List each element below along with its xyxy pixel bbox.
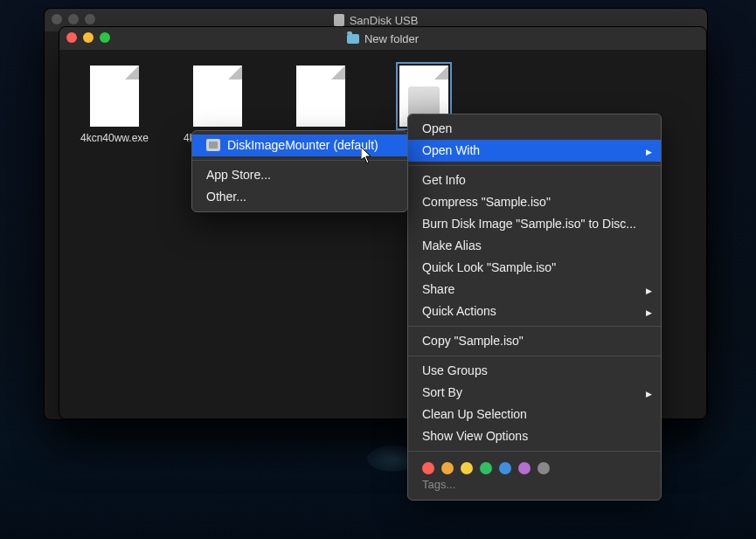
close-dot-inactive[interactable] <box>52 14 62 24</box>
usb-disk-icon <box>334 14 344 26</box>
desktop: SanDisk USB New folder 4kcn40ww.exe <box>0 0 756 539</box>
tag-gray[interactable] <box>538 462 550 474</box>
traffic-lights-newfolder <box>66 32 110 43</box>
menu-separator <box>192 160 407 161</box>
file-label: 4kcn40ww.exe <box>75 132 154 144</box>
menu-view-options[interactable]: Show View Options <box>408 425 661 447</box>
submenu-other[interactable]: Other... <box>192 186 407 208</box>
menu-quick-look[interactable]: Quick Look "Sample.iso" <box>408 257 661 279</box>
tag-blue[interactable] <box>499 462 511 474</box>
window-title-newfolder: New folder <box>364 32 419 45</box>
titlebar-newfolder[interactable]: New folder <box>59 27 706 50</box>
menu-separator <box>408 451 661 452</box>
menu-get-info[interactable]: Get Info <box>408 169 661 191</box>
traffic-lights-sandisk <box>52 14 95 24</box>
minimize-dot-inactive[interactable] <box>68 14 79 24</box>
menu-compress[interactable]: Compress "Sample.iso" <box>408 191 661 213</box>
menu-sort-by[interactable]: Sort By <box>408 382 661 404</box>
document-icon <box>296 66 345 127</box>
menu-open[interactable]: Open <box>408 118 661 140</box>
tag-yellow[interactable] <box>461 462 473 474</box>
menu-open-with[interactable]: Open With <box>408 140 661 162</box>
tag-green[interactable] <box>480 462 492 474</box>
menu-separator <box>408 326 661 327</box>
disk-image-mounter-icon <box>206 139 220 151</box>
submenu-label: DiskImageMounter (default) <box>227 138 378 152</box>
menu-share[interactable]: Share <box>408 279 661 301</box>
document-icon <box>193 66 242 127</box>
tag-red[interactable] <box>422 462 434 474</box>
tags-row <box>408 455 661 476</box>
tags-label[interactable]: Tags... <box>408 476 661 496</box>
zoom-button[interactable] <box>100 32 110 43</box>
close-button[interactable] <box>66 32 77 43</box>
window-title-sandisk: SanDisk USB <box>350 14 419 27</box>
folder-icon <box>347 34 359 44</box>
menu-make-alias[interactable]: Make Alias <box>408 235 661 257</box>
minimize-button[interactable] <box>83 32 94 43</box>
submenu-app-store[interactable]: App Store... <box>192 164 407 186</box>
menu-separator <box>408 165 661 166</box>
menu-burn[interactable]: Burn Disk Image "Sample.iso" to Disc... <box>408 213 661 235</box>
tag-purple[interactable] <box>518 462 531 474</box>
menu-copy[interactable]: Copy "Sample.iso" <box>408 330 661 352</box>
menu-use-groups[interactable]: Use Groups <box>408 360 661 382</box>
menu-separator <box>408 356 661 356</box>
tag-orange[interactable] <box>441 462 454 474</box>
menu-clean-up[interactable]: Clean Up Selection <box>408 404 661 425</box>
zoom-dot-inactive[interactable] <box>85 14 95 24</box>
file-item[interactable]: 4kcn40ww.exe <box>75 66 154 144</box>
submenu-diskimagemounter[interactable]: DiskImageMounter (default) <box>192 135 407 156</box>
document-icon <box>90 66 139 127</box>
openwith-submenu: DiskImageMounter (default) App Store... … <box>191 130 408 212</box>
menu-quick-actions[interactable]: Quick Actions <box>408 301 661 322</box>
context-menu: Open Open With Get Info Compress "Sample… <box>407 114 662 501</box>
